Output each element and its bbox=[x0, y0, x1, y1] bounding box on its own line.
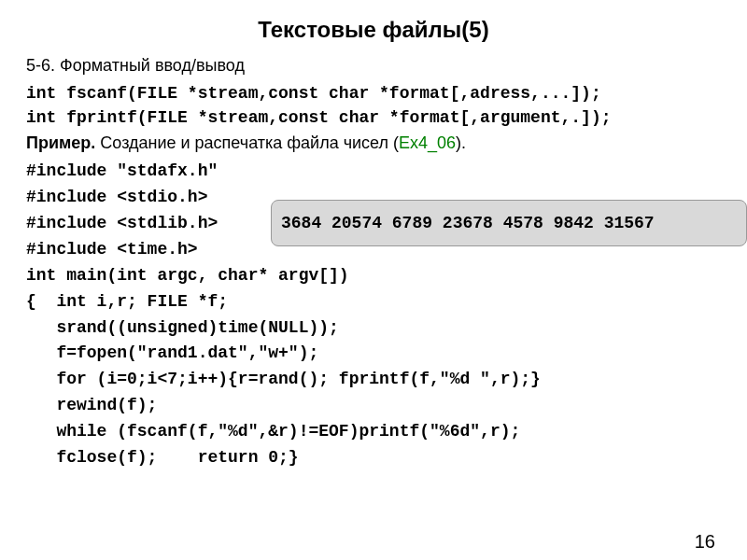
output-box: 3684 20574 6789 23678 4578 9842 31567 bbox=[271, 200, 747, 246]
example-text: Создание и распечатка файла чисел ( bbox=[95, 133, 399, 152]
fprintf-signature: int fprintf(FILE *stream,const char *for… bbox=[26, 105, 721, 130]
slide-title: Текстовые файлы(5) bbox=[26, 17, 721, 43]
section-heading: 5-6. Форматный ввод/вывод bbox=[26, 56, 721, 76]
page-number: 16 bbox=[695, 531, 715, 553]
example-link: Ex4_06 bbox=[399, 133, 456, 152]
example-label: Пример. bbox=[26, 133, 95, 152]
example-description: Пример. Создание и распечатка файла чисе… bbox=[26, 133, 721, 153]
fscanf-signature: int fscanf(FILE *stream,const char *form… bbox=[26, 81, 721, 105]
example-tail: ). bbox=[456, 133, 466, 152]
